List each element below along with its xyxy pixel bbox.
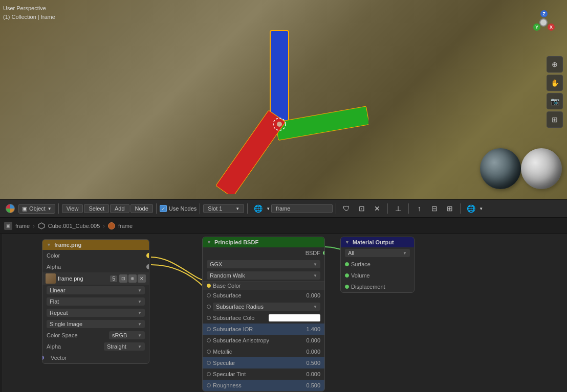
projection-select[interactable]: Single Image ▼	[47, 320, 145, 328]
specular-tint-row: Specular Tint 0.000	[203, 368, 324, 380]
bc-sep-2: ›	[103, 223, 105, 229]
metallic-row: Metallic 0.000	[203, 346, 324, 357]
svg-rect-2	[216, 110, 286, 194]
shield-icon-btn[interactable]: 🛡	[339, 201, 354, 216]
img-color-output: Color	[42, 250, 149, 261]
distribution-select[interactable]: GGX ▼	[207, 260, 320, 268]
bsdf-output-label: BSDF	[207, 250, 320, 256]
img-filename: frame.png	[58, 275, 108, 282]
subsurface-method-row[interactable]: Random Walk ▼	[203, 270, 324, 281]
metallic-label: Metallic	[213, 349, 306, 355]
camera-tool-btn[interactable]: 📷	[547, 93, 563, 109]
slot-caret: ▼	[235, 206, 239, 211]
viewport-shade-btn[interactable]: 🌐	[464, 201, 478, 216]
specular-row: Specular 0.500	[203, 357, 324, 368]
metallic-socket	[207, 350, 211, 354]
view-menu-btn[interactable]: View	[62, 204, 83, 213]
img-btn-1[interactable]: ⊡	[119, 274, 127, 283]
interpolation-select[interactable]: Linear ▼	[47, 286, 145, 294]
repeat-select[interactable]: Repeat ▼	[47, 309, 145, 317]
img-file-row[interactable]: frame.png 5 ⊡ ⊕ ✕	[42, 272, 149, 285]
nav-z-axis[interactable]: Z	[540, 10, 548, 17]
pin-icon-btn[interactable]: ⊥	[391, 201, 405, 216]
matout-target-select[interactable]: All ▼	[345, 249, 410, 257]
subsurface-ior-row: Subsurface IOR 1.400	[203, 324, 324, 335]
img-node-collapse: ▼	[47, 242, 51, 247]
extension-row[interactable]: Flat ▼	[42, 296, 149, 307]
matout-surface-row: Surface	[341, 259, 414, 270]
distribution-value: GGX	[210, 261, 222, 267]
subsurface-method-select[interactable]: Random Walk ▼	[207, 271, 320, 280]
mode-dropdown[interactable]: ▣ Object ▼	[18, 204, 55, 214]
matout-target-row[interactable]: All ▼	[341, 247, 414, 259]
subsurface-radius-row[interactable]: Subsurface Radius ▼	[203, 301, 324, 312]
subsurface-socket	[207, 293, 211, 297]
img-btn-close[interactable]: ✕	[138, 274, 146, 283]
img-color-label: Color	[47, 252, 145, 259]
matout-header[interactable]: ▼ Material Output	[341, 237, 414, 247]
alpha-type-select[interactable]: Straight ▼	[104, 342, 145, 351]
interpolation-row[interactable]: Linear ▼	[42, 285, 149, 296]
principled-bsdf-node[interactable]: ▼ Principled BSDF BSDF GGX ▼ Random Walk…	[202, 237, 325, 391]
subsurface-color-swatch[interactable]	[269, 314, 320, 321]
projection-row[interactable]: Single Image ▼	[42, 318, 149, 330]
subsurface-row: Subsurface 0.000	[203, 290, 324, 301]
grid-tool-btn[interactable]: ⊞	[547, 111, 563, 128]
color-space-select[interactable]: sRGB ▼	[109, 331, 145, 339]
matout-target-value: All	[348, 250, 354, 256]
img-btn-2[interactable]: ⊕	[128, 274, 137, 283]
subsurface-radius-select[interactable]: Subsurface Radius ▼	[213, 303, 320, 311]
copy-icon-btn[interactable]: ⊡	[355, 201, 369, 216]
close-material-btn[interactable]: ✕	[370, 201, 384, 216]
img-thumbnail	[46, 273, 56, 284]
nav-y-axis[interactable]: Y	[533, 24, 540, 31]
overlay-icon-btn[interactable]: ⊟	[427, 201, 442, 216]
color-space-label: Color Space	[47, 332, 109, 338]
img-color-socket	[146, 253, 149, 258]
color-space-val: sRGB	[112, 332, 127, 338]
image-node-header[interactable]: ▼ frame.png	[42, 240, 149, 250]
specular-tint-socket	[207, 372, 211, 376]
add-menu-btn[interactable]: Add	[110, 204, 129, 213]
distribution-row[interactable]: GGX ▼	[203, 259, 324, 270]
subsurface-radius-socket	[207, 305, 211, 309]
extension-select[interactable]: Flat ▼	[47, 297, 145, 306]
matout-title: Material Output	[353, 239, 394, 245]
pan-tool-btn[interactable]: ✋	[547, 75, 563, 91]
interpolation-value: Linear	[50, 287, 66, 293]
img-frame-num: 5	[110, 275, 117, 282]
snap-icon-btn[interactable]: ↑	[412, 201, 426, 216]
slot-dropdown[interactable]: Slot 1 ▼	[203, 204, 244, 213]
use-nodes-label: Use Nodes	[169, 205, 197, 212]
navigation-gizmo[interactable]: Z Y X	[514, 9, 555, 50]
use-nodes-toggle[interactable]: ✓ Use Nodes	[160, 205, 197, 212]
repeat-row[interactable]: Repeat ▼	[42, 307, 149, 318]
material-preview-sphere-env	[480, 148, 521, 189]
material-output-node[interactable]: ▼ Material Output All ▼ Surface Volume D…	[340, 237, 415, 293]
subsurface-aniso-socket	[207, 338, 211, 342]
material-name-value: frame	[276, 205, 290, 212]
bsdf-node-header[interactable]: ▼ Principled BSDF	[203, 237, 324, 247]
image-texture-node[interactable]: ▼ frame.png Color Alpha frame.png 5 ⊡ ⊕ …	[42, 239, 149, 364]
roughness-row: Roughness 0.500	[203, 380, 324, 391]
subsurface-color-row: Subsurface Colo	[203, 312, 324, 324]
viewport-3d[interactable]: User Perspective (1) Collection | frame …	[0, 0, 567, 199]
alpha-type-label: Alpha	[47, 343, 104, 350]
nav-x-axis[interactable]: X	[548, 24, 555, 31]
select-menu-btn[interactable]: Select	[84, 204, 109, 213]
subsurface-aniso-row: Subsurface Anisotropy 0.000	[203, 335, 324, 346]
slot-label: Slot 1	[208, 205, 222, 212]
separator-3	[200, 203, 200, 214]
base-color-label: Base Color	[213, 283, 241, 289]
render-mode-btn[interactable]: 🌐	[251, 201, 265, 216]
use-nodes-checkbox[interactable]: ✓	[160, 205, 167, 212]
editor-type-btn[interactable]	[3, 201, 17, 216]
layout-icon-btn[interactable]: ⊞	[443, 201, 457, 216]
material-name-input[interactable]: frame	[271, 204, 333, 213]
zoom-tool-btn[interactable]: ⊕	[547, 56, 563, 73]
matout-collapse: ▼	[345, 240, 350, 245]
alpha-type-row: Alpha Straight ▼	[42, 341, 149, 352]
node-menu-btn[interactable]: Node	[130, 204, 153, 213]
node-editor[interactable]: ▼ frame.png Color Alpha frame.png 5 ⊡ ⊕ …	[0, 234, 567, 392]
mode-label: Object	[29, 205, 46, 212]
